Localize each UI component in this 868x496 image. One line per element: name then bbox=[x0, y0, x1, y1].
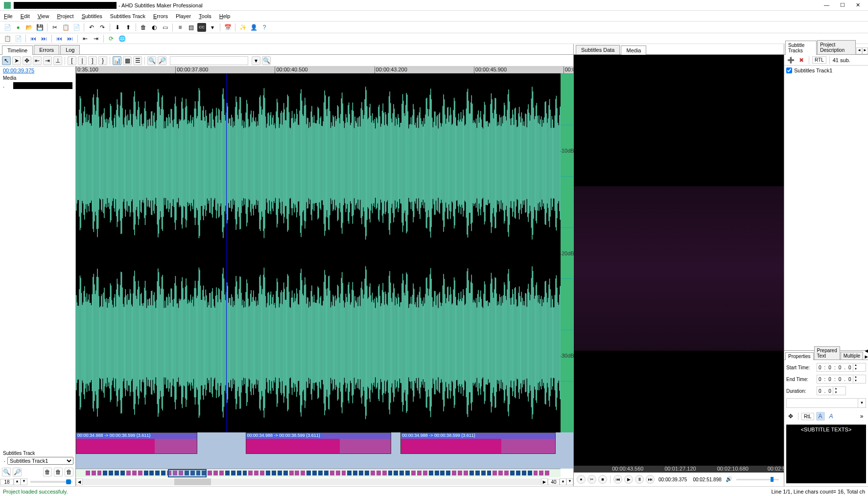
tab-properties[interactable]: Properties bbox=[785, 352, 814, 360]
export-icon[interactable]: ⬆ bbox=[124, 23, 133, 32]
current-time-link[interactable]: 00:00:39.375 bbox=[0, 67, 75, 74]
style-combo[interactable]: ▼ bbox=[786, 398, 866, 408]
add-track-icon[interactable]: ➕ bbox=[786, 56, 795, 65]
video-ruler[interactable]: 00:00:43.560 00:01:27.120 00:02:10.680 0… bbox=[574, 466, 784, 473]
count-up-icon[interactable]: ▲ bbox=[560, 478, 566, 485]
spin-up-icon[interactable]: ▲ bbox=[833, 387, 839, 391]
tab-errors[interactable]: Errors bbox=[34, 45, 59, 54]
menu-project[interactable]: Project bbox=[57, 13, 73, 19]
rows-icon[interactable]: ▤ bbox=[187, 23, 195, 32]
font-icon[interactable]: A bbox=[816, 412, 825, 421]
mark-r-icon[interactable]: ] bbox=[88, 56, 97, 65]
mark-c-icon[interactable]: | bbox=[78, 56, 87, 65]
tab-subtitles-data[interactable]: Subtitles Data bbox=[576, 45, 620, 54]
player-rewind-icon[interactable]: ⏮ bbox=[613, 475, 622, 484]
new-icon[interactable]: 📄 bbox=[3, 23, 12, 32]
menu-view[interactable]: View bbox=[38, 13, 49, 19]
subtitle-clip[interactable]: 00:00:34.988 -> 00:00:38.599 (3.611) bbox=[400, 432, 556, 454]
step-back-icon[interactable]: ⇤ bbox=[81, 34, 90, 43]
paste-icon[interactable]: 📄 bbox=[72, 23, 81, 32]
waveform[interactable] bbox=[76, 73, 561, 432]
menu-errors[interactable]: Errors bbox=[153, 13, 168, 19]
list-icon[interactable]: ≡ bbox=[176, 23, 185, 32]
rewind-icon[interactable]: ⏮ bbox=[29, 34, 38, 43]
timeline-ruler[interactable]: 0:35.100 00:00:37.800 00:00:40.500 00:00… bbox=[76, 67, 573, 73]
next-icon[interactable]: ⏭ bbox=[66, 34, 74, 43]
menu-help[interactable]: Help bbox=[219, 13, 231, 19]
duration-input[interactable]: 0.0 ▲▼ bbox=[817, 386, 846, 395]
add-style-icon[interactable]: ✥ bbox=[786, 412, 795, 421]
track-checkbox[interactable] bbox=[786, 68, 792, 73]
tab-multiple[interactable]: Multiple bbox=[841, 352, 863, 360]
copy-icon[interactable]: 📋 bbox=[61, 23, 70, 32]
zoom-up-icon[interactable]: ▲ bbox=[14, 478, 21, 485]
player-pause-icon[interactable]: ⏸ bbox=[635, 475, 644, 484]
chevron-down-icon[interactable]: ▼ bbox=[858, 399, 866, 407]
search-go-icon[interactable]: 🔍 bbox=[262, 56, 271, 65]
cursor-tool-icon[interactable]: ↖ bbox=[2, 56, 11, 65]
bracket-left-icon[interactable]: ⇤ bbox=[33, 56, 42, 65]
playhead[interactable] bbox=[226, 73, 227, 432]
import-icon[interactable]: ⬇ bbox=[113, 23, 122, 32]
cut-clip-icon[interactable]: ✂ bbox=[587, 475, 596, 484]
chart-icon[interactable]: 📊 bbox=[113, 56, 121, 65]
tabs-right-icon[interactable]: ► bbox=[862, 47, 868, 54]
del3-icon[interactable]: 🗑 bbox=[65, 468, 73, 476]
subtitle-clips-track[interactable]: 00:00:34.988 -> 00:00:38.599 (3.611) 00:… bbox=[76, 432, 561, 454]
doc1-icon[interactable]: ◐ bbox=[150, 23, 159, 32]
list2-icon[interactable]: ☰ bbox=[133, 56, 142, 65]
volume-slider[interactable] bbox=[736, 479, 779, 480]
zoom-slider[interactable] bbox=[30, 481, 72, 483]
del2-icon[interactable]: 🗑 bbox=[54, 468, 63, 476]
open-icon[interactable]: 📂 bbox=[24, 23, 33, 32]
menu-player[interactable]: Player bbox=[176, 13, 191, 19]
pointer-icon[interactable]: ➤ bbox=[12, 56, 21, 65]
fforward-icon[interactable]: ⏭ bbox=[40, 34, 48, 43]
tab-media[interactable]: Media bbox=[621, 45, 646, 55]
search-input[interactable] bbox=[170, 56, 248, 65]
menu-subtitles[interactable]: Subtitles bbox=[82, 13, 102, 19]
tab-log[interactable]: Log bbox=[60, 45, 80, 54]
globe-icon[interactable]: 🌐 bbox=[117, 34, 126, 43]
doc2-icon[interactable]: ▭ bbox=[161, 23, 169, 32]
help-icon[interactable]: ? bbox=[260, 23, 269, 32]
menu-tools[interactable]: Tools bbox=[199, 13, 211, 19]
calendar-icon[interactable]: 📅 bbox=[223, 23, 232, 32]
search-dropdown-icon[interactable]: ▾ bbox=[252, 56, 260, 65]
zoom-in-icon[interactable]: 🔍 bbox=[147, 56, 156, 65]
grid-icon[interactable]: ▦ bbox=[123, 56, 132, 65]
zoom-level-input[interactable] bbox=[0, 479, 14, 485]
subtitle-clip[interactable]: 00:00:34.988 -> 00:00:38.599 (3.611) bbox=[246, 432, 391, 454]
refresh-icon[interactable]: ⟳ bbox=[107, 34, 116, 43]
menu-edit[interactable]: Edit bbox=[21, 13, 30, 19]
cut-icon[interactable]: ✂ bbox=[50, 23, 59, 32]
minimize-button[interactable]: — bbox=[824, 2, 829, 8]
spin-dn-icon[interactable]: ▼ bbox=[853, 379, 859, 383]
tab-prepared-text[interactable]: Prepared Text bbox=[814, 346, 840, 360]
record-icon[interactable]: ● bbox=[577, 475, 586, 484]
subtrack-select[interactable]: Subtitles Track1 bbox=[7, 457, 73, 465]
save-icon[interactable]: 💾 bbox=[35, 23, 44, 32]
ptabs-right-icon[interactable]: ► bbox=[864, 354, 868, 360]
more-icon[interactable]: » bbox=[857, 412, 866, 421]
media-item[interactable]: . bbox=[0, 82, 75, 90]
video-preview[interactable] bbox=[574, 55, 784, 466]
delete-icon[interactable]: 🗑 bbox=[139, 23, 148, 32]
player-play-icon[interactable]: ▶ bbox=[624, 475, 633, 484]
spin-dn-icon[interactable]: ▼ bbox=[833, 391, 839, 395]
dropdown-icon[interactable]: ▾ bbox=[208, 23, 217, 32]
tabs-left-icon[interactable]: ◄ bbox=[856, 47, 862, 54]
volume-icon[interactable]: 🔊 bbox=[726, 476, 732, 483]
anchor-icon[interactable]: ⊥ bbox=[53, 56, 62, 65]
subtitle-text-preview[interactable]: <SUBTITLE TEXTS> bbox=[786, 425, 866, 483]
rtl-toggle[interactable]: RTL bbox=[812, 56, 826, 64]
hscroll-track[interactable] bbox=[83, 478, 541, 485]
subtitle-clip[interactable]: 00:00:34.988 -> 00:00:38.599 (3.611) bbox=[76, 432, 197, 454]
copy2-icon[interactable]: 📋 bbox=[3, 34, 12, 43]
hscroll-left-icon[interactable]: ◄ bbox=[76, 478, 83, 485]
player-ff-icon[interactable]: ⏭ bbox=[646, 475, 655, 484]
minimap[interactable] bbox=[76, 469, 561, 477]
del1-icon[interactable]: 🗑 bbox=[43, 468, 52, 476]
end-time-input[interactable]: 0: 0: 0. 0 ▲▼ bbox=[817, 375, 866, 383]
zoomin2-icon[interactable]: 🔍 bbox=[2, 468, 11, 476]
